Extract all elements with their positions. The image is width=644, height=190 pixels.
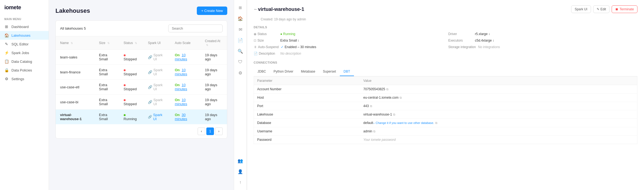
sidebar-item-dashboard[interactable]: ⊞Dashboard [0, 22, 49, 31]
conn-value-cell: eu-central-1.iomete.com⧉ [360, 94, 637, 102]
detail-spark-ui-button[interactable]: Spark UI [571, 5, 591, 13]
conn-value-cell: default– Change it if you want to use ot… [360, 119, 637, 127]
status-dot [124, 84, 126, 86]
col-spark-ui: Spark UI [144, 36, 170, 50]
table-row[interactable]: team-sales Extra Small Stopped 🔗Spark UI… [56, 50, 227, 65]
cell-name: use-case-etl [56, 80, 95, 95]
detail-executors-key: Executors [448, 39, 473, 42]
pagination: ‹ 1 › [56, 124, 227, 138]
detail-header: ← virtual-warehouse-1 Spark UI ✎ Edit ⏹ … [254, 5, 637, 13]
chain-icon: 🔗 [148, 100, 152, 104]
table-row[interactable]: use-case-bi Extra Small Stopped 🔗Spark U… [56, 95, 227, 110]
data-policies-icon: 🔒 [4, 68, 9, 72]
lakehouses-table-body: team-sales Extra Small Stopped 🔗Spark UI… [56, 50, 227, 124]
autosuspend-key-icon: ⏸ [254, 45, 257, 49]
sort-icon-size[interactable]: ⇅ [107, 42, 110, 45]
conn-value-cell: virtual-warehouse-1⧉ [360, 110, 637, 119]
conn-table-header: Parameter Value [254, 77, 637, 85]
cell-created: 19 days ago [201, 80, 227, 95]
conn-tab-jdbc[interactable]: JDBC [254, 67, 270, 76]
data-catalog-label: Data Catalog [11, 60, 32, 64]
cell-autoscale: On 30 minutes [170, 110, 201, 124]
spark-ui-link[interactable]: 🔗Spark UI [148, 113, 166, 121]
sort-icon-name[interactable]: ⇅ [71, 42, 73, 45]
col-autoscale: Auto Scale [170, 36, 201, 50]
sidebar-item-spark-jobs[interactable]: ⚡Spark Jobs [0, 48, 49, 57]
sort-icon-created[interactable]: ⇅ [206, 43, 208, 46]
prev-page-button[interactable]: ‹ [198, 127, 205, 135]
cell-autoscale: On 10 minutes [170, 80, 201, 95]
cell-created: 19 days ago [201, 65, 227, 80]
conn-tab-dbt[interactable]: DBT [340, 67, 354, 76]
icon-strip-home[interactable]: 🏠 [236, 14, 245, 23]
cell-autoscale: On 10 minutes [170, 95, 201, 110]
create-new-button[interactable]: + Create New [197, 7, 227, 15]
spark-ui-disabled: 🔗Spark UI [148, 68, 166, 76]
cell-name: use-case-bi [56, 95, 95, 110]
detail-terminate-button[interactable]: ⏹ Terminate [612, 5, 637, 13]
conn-value: 707505543825 [363, 87, 385, 91]
connections-section: CONNECTIONS JDBCPython DriverMetabaseSup… [254, 61, 637, 144]
conn-table-body: Account Number 707505543825⧉ Host eu-cen… [254, 85, 637, 144]
conn-table-row: Account Number 707505543825⧉ [254, 85, 637, 94]
db-change-link[interactable]: – Change it if you want to use other dat… [373, 121, 434, 124]
sidebar-item-data-policies[interactable]: 🔒Data Policies [0, 66, 49, 74]
cell-spark-ui: 🔗Spark UI [144, 65, 170, 80]
table-row[interactable]: virtual-warehouse-1 Extra Small Running … [56, 110, 227, 124]
copy-icon[interactable]: ⧉ [386, 88, 388, 91]
copy-icon[interactable]: ⧉ [435, 121, 437, 124]
main-content: Lakehouses + Create New All lakehouses 5… [49, 0, 644, 190]
sort-icon-status[interactable]: ⇅ [135, 42, 137, 45]
copy-icon[interactable]: ⧉ [393, 113, 395, 116]
autoscale-on: On [175, 68, 180, 72]
next-page-button[interactable]: › [215, 127, 223, 135]
conn-param: Lakehouse [254, 110, 360, 119]
detail-subtitle: Created: 19 days ago by admin [261, 17, 637, 21]
icon-strip-search[interactable]: 🔍 [236, 47, 245, 55]
conn-tab-python-driver[interactable]: Python Driver [270, 67, 297, 76]
icon-strip-doc[interactable]: 📄 [236, 36, 245, 45]
icon-strip-group[interactable]: 👥 [236, 156, 245, 165]
back-button[interactable]: ← [254, 7, 258, 12]
copy-icon[interactable]: ⧉ [373, 130, 375, 133]
cell-size: Extra Small [95, 110, 119, 124]
detail-description-row: 📄 Description No description [254, 52, 443, 55]
conn-value: admin [363, 129, 372, 133]
app-logo: iomete [0, 4, 49, 16]
icon-strip-settings[interactable]: ⚙ [236, 68, 245, 77]
conn-tab-superset[interactable]: Superset [319, 67, 340, 76]
sidebar-item-data-catalog[interactable]: 📋Data Catalog [0, 57, 49, 66]
search-input[interactable] [168, 24, 223, 32]
driver-info-icon[interactable]: ℹ [489, 33, 490, 36]
col-status: Status ⇅ [119, 36, 144, 50]
copy-icon[interactable]: ⧉ [400, 96, 402, 99]
sidebar-item-settings[interactable]: ⚙Settings [0, 74, 49, 83]
conn-param: Database [254, 119, 360, 127]
col-size: Size ⇅ [95, 36, 119, 50]
icon-strip-shield[interactable]: 🛡 [236, 58, 245, 66]
detail-edit-button[interactable]: ✎ Edit [593, 5, 610, 13]
autoscale-on: On [175, 113, 180, 117]
spark-jobs-icon: ⚡ [4, 51, 9, 55]
icon-strip-layout[interactable]: ⊞ [236, 3, 245, 12]
table-row[interactable]: team-finance Extra Small Stopped 🔗Spark … [56, 65, 227, 80]
sidebar-item-lakehouses[interactable]: 🏠Lakehouses [0, 31, 49, 40]
icon-strip-user[interactable]: 👤 [236, 167, 245, 176]
detail-driver-value: r5.xlarge ℹ [475, 32, 490, 36]
conn-table-row: Database default– Change it if you want … [254, 119, 637, 127]
conn-value: 443 [363, 104, 369, 108]
icon-strip-upload[interactable]: ↑ [236, 178, 245, 187]
icon-strip-mail[interactable]: ✉ [236, 25, 245, 34]
lakehouses-panel: Lakehouses + Create New All lakehouses 5… [49, 0, 234, 190]
connection-tabs: JDBCPython DriverMetabaseSupersetDBT [254, 67, 637, 76]
copy-icon[interactable]: ⧉ [370, 104, 372, 108]
detail-autosuspend-key: ⏸ Auto-Suspend [254, 45, 279, 49]
conn-tab-metabase[interactable]: Metabase [297, 67, 319, 76]
executors-info-icon[interactable]: ℹ [493, 39, 494, 42]
cell-size: Extra Small [95, 80, 119, 95]
sidebar-item-sql-editor[interactable]: ✎SQL Editor [0, 40, 49, 48]
page-1-button[interactable]: 1 [206, 127, 214, 135]
size-info-icon[interactable]: ℹ [298, 39, 299, 42]
detail-autosuspend-value: ✓ Enabled – 30 minutes [281, 45, 316, 49]
table-row[interactable]: use-case-etl Extra Small Stopped 🔗Spark … [56, 80, 227, 95]
